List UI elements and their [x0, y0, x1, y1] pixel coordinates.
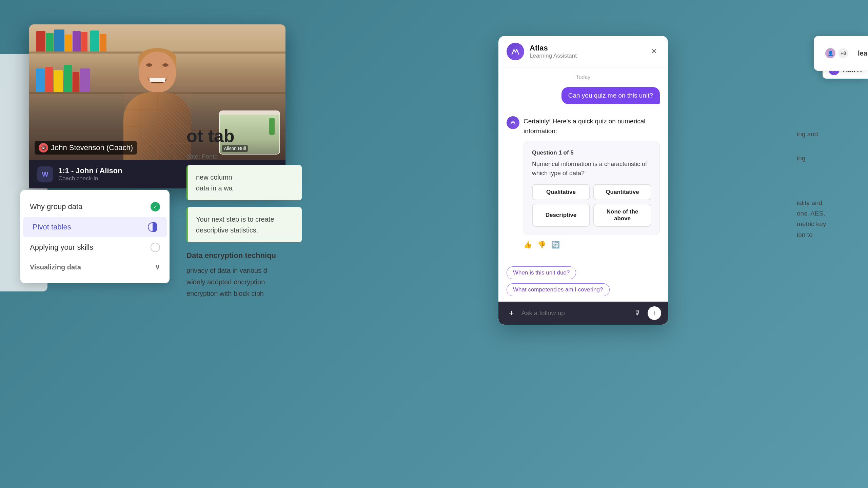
- chat-input-area: + 🎙 ↑: [498, 302, 668, 325]
- sidebar-item-why-group-data[interactable]: Why group data ✓: [20, 197, 170, 217]
- right-text-partial-1: ing and: [797, 129, 865, 139]
- section-title: Data encryption techniqu: [186, 249, 302, 262]
- quiz-option-quantitative[interactable]: Quantitative: [593, 184, 651, 200]
- coach-name-tag: 🔇 John Stevenson (Coach): [35, 141, 137, 155]
- app-logo: W: [37, 166, 53, 182]
- sidebar-item-pivot-tables[interactable]: Pivot tables: [23, 217, 167, 237]
- chat-input-field[interactable]: [521, 309, 627, 317]
- atlas-name: Atlas: [530, 44, 643, 53]
- sidebar-item-label: Pivot tables: [33, 223, 71, 231]
- atlas-response-text: Certainly! Here's a quick quiz on numeri…: [524, 116, 660, 136]
- like-button[interactable]: 👍: [524, 241, 532, 249]
- suggestion-unit-due[interactable]: When is this unit due?: [507, 266, 576, 279]
- user-bubble-text: Can you quiz me on this unit?: [561, 87, 660, 104]
- quiz-question-number: Question 1 of 5: [532, 149, 651, 156]
- coach-head: [139, 52, 176, 92]
- main-content-area: ot tab date: Pontc new columndata in a w…: [186, 125, 302, 299]
- sidebar-item-label: Applying your skills: [30, 243, 93, 252]
- quiz-option-none-of-above[interactable]: None of the above: [593, 204, 651, 227]
- sidebar-section-label: Visualizing data: [30, 263, 81, 271]
- right-panel: 👤 +8 learne: [814, 36, 868, 71]
- next-step-text: Your next step is to createdescriptive s…: [196, 216, 274, 234]
- sidebar-item-applying-skills[interactable]: Applying your skills: [20, 237, 170, 258]
- quiz-question-text: Numerical information is a characteristi…: [532, 160, 651, 178]
- mute-icon: 🔇: [39, 143, 48, 152]
- refresh-button[interactable]: 🔄: [551, 241, 560, 249]
- close-button[interactable]: ✕: [648, 46, 660, 57]
- send-message-button[interactable]: ↑: [648, 306, 661, 320]
- suggestion-competencies[interactable]: What competencies am I covering?: [507, 283, 610, 296]
- subtitle-partial: date: Pontc: [186, 153, 302, 160]
- in-progress-icon: [148, 222, 157, 232]
- title-partial: ot tab: [186, 126, 235, 146]
- learner-avatar: 👤: [825, 47, 836, 59]
- atlas-chat-panel: Atlas Learning Assistant ✕ Today Can you…: [498, 36, 668, 325]
- section-body: privacy of data in various dwidely adopt…: [186, 265, 302, 299]
- sidebar-panel: Why group data ✓ Pivot tables Applying y…: [20, 190, 170, 283]
- chat-header: Atlas Learning Assistant ✕: [498, 36, 668, 67]
- atlas-response: Certainly! Here's a quick quiz on numeri…: [507, 116, 660, 249]
- atlas-avatar: [507, 43, 524, 60]
- atlas-response-content: Certainly! Here's a quick quiz on numeri…: [524, 116, 660, 249]
- sidebar-section-visualizing[interactable]: Visualizing data ∨: [20, 258, 170, 277]
- learner-avatars: 👤 +8: [819, 43, 854, 64]
- add-attachment-button[interactable]: +: [505, 307, 517, 319]
- sidebar-item-label: Why group data: [30, 202, 82, 211]
- content-section: Data encryption techniqu privacy of data…: [186, 249, 302, 299]
- right-text-content: ing and ing iality and ons. AES, metric …: [793, 129, 868, 240]
- quiz-option-qualitative[interactable]: Qualitative: [532, 184, 590, 200]
- not-started-icon: [151, 243, 160, 252]
- quiz-card: Question 1 of 5 Numerical information is…: [524, 141, 660, 235]
- update-text: new columndata in a wa: [196, 172, 294, 194]
- coach-name-label: John Stevenson (Coach): [51, 143, 133, 152]
- chat-body: Today Can you quiz me on this unit? Cert…: [498, 67, 668, 261]
- suggestion-chips: When is this unit due? What competencies…: [498, 261, 668, 302]
- right-panel-header: 👤 +8 learne: [814, 36, 868, 71]
- voice-input-button[interactable]: 🎙: [631, 307, 644, 319]
- chat-date: Today: [507, 74, 660, 80]
- atlas-info: Atlas Learning Assistant: [530, 44, 643, 59]
- content-title: ot tab: [186, 125, 302, 146]
- right-text-partial-2: ing: [797, 153, 865, 163]
- next-step-card: Your next step is to createdescriptive s…: [186, 207, 302, 242]
- atlas-response-avatar: [507, 116, 519, 129]
- learner-count: +8: [837, 47, 849, 59]
- learner-label: learne: [858, 49, 868, 57]
- atlas-subtitle: Learning Assistant: [530, 53, 643, 59]
- update-badge: new columndata in a wa: [186, 165, 302, 200]
- feedback-row: 👍 👎 🔄: [524, 240, 660, 249]
- complete-icon: ✓: [151, 202, 160, 211]
- right-text-partial-3: iality and ons. AES, metric key ion to: [797, 198, 865, 240]
- dislike-button[interactable]: 👎: [537, 241, 546, 249]
- quiz-options: Qualitative Quantitative Descriptive Non…: [532, 184, 651, 227]
- quiz-option-descriptive[interactable]: Descriptive: [532, 204, 590, 227]
- chevron-down-icon: ∨: [155, 263, 160, 271]
